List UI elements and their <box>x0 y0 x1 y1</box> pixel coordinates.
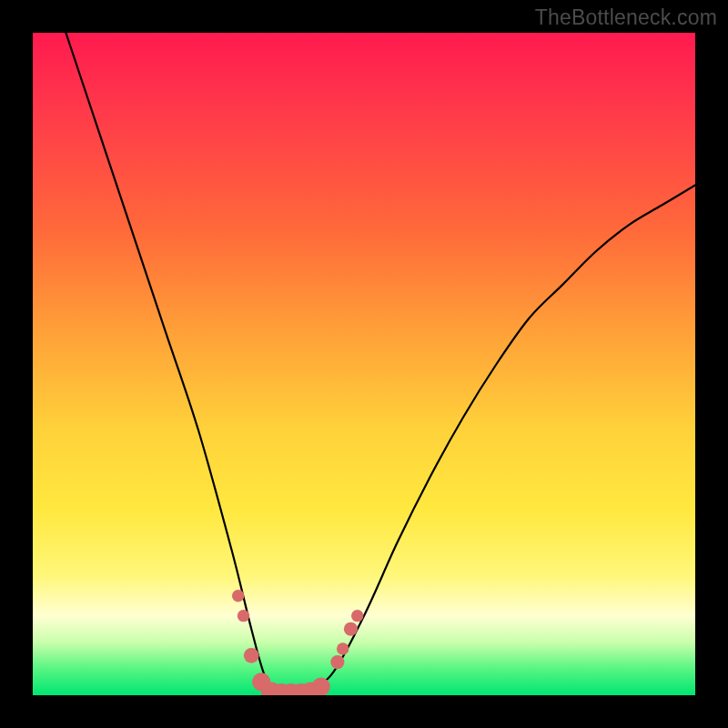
marker-dot <box>337 642 349 654</box>
marker-dot <box>232 590 244 602</box>
bottleneck-curve <box>66 33 695 695</box>
curve-layer <box>33 33 695 695</box>
marker-dot <box>344 622 358 636</box>
plot-area <box>33 33 695 695</box>
marker-dot <box>312 677 330 695</box>
marker-dot <box>244 648 259 663</box>
marker-dot <box>238 610 249 622</box>
marker-dot <box>330 655 344 669</box>
highlight-dots <box>232 590 363 695</box>
marker-dot <box>351 610 363 622</box>
chart-frame: TheBottleneck.com <box>0 0 728 728</box>
watermark-text: TheBottleneck.com <box>535 5 717 30</box>
